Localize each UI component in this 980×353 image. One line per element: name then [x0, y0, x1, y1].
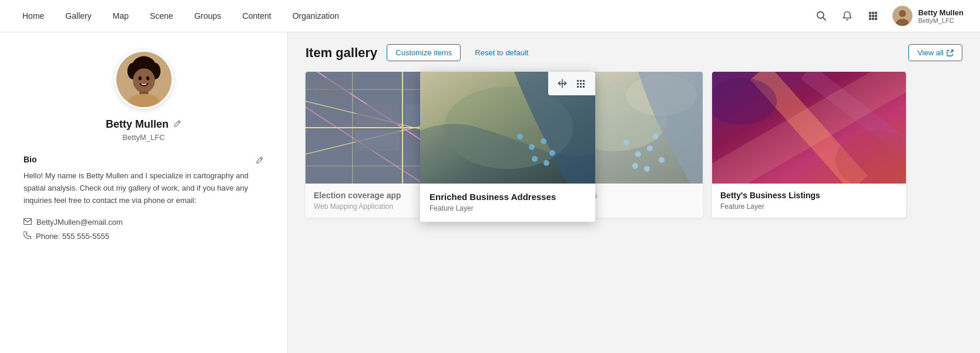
gallery-header: Item gallery Customize items Reset to de…	[306, 44, 962, 61]
phone-row: Phone: 555 555-5555	[24, 231, 256, 241]
bell-icon	[842, 11, 853, 21]
svg-point-58	[541, 138, 546, 144]
phone-text: Phone: 555 555-5555	[36, 232, 109, 241]
svg-point-21	[146, 76, 149, 81]
card-listings-type: Feature Layer	[720, 202, 898, 211]
email-row: BettyJMullen@email.com	[24, 217, 256, 227]
card-bettys-listings[interactable]: Betty's Business Listings Feature Layer	[712, 72, 906, 218]
search-icon-btn[interactable]	[810, 5, 833, 27]
svg-point-49	[647, 145, 653, 151]
nav-user-handle: BettyM_LFC	[918, 17, 964, 24]
svg-rect-10	[875, 18, 877, 20]
svg-rect-8	[869, 18, 871, 20]
svg-rect-4	[875, 12, 877, 14]
svg-rect-63	[580, 80, 582, 82]
popup-thumb	[420, 72, 595, 184]
nav-gallery[interactable]: Gallery	[55, 0, 102, 32]
svg-point-53	[653, 134, 659, 139]
main-layout: Betty Mullen BettyM_LFC Bio Hello! My na…	[0, 32, 980, 353]
svg-point-47	[623, 139, 629, 145]
nav-home[interactable]: Home	[12, 0, 55, 32]
cards-row: Election coverage app Web Mapping Applic…	[306, 72, 962, 218]
popup-card-type: Feature Layer	[429, 204, 586, 212]
svg-point-48	[635, 151, 641, 157]
navbar: Home Gallery Map Scene Groups Content Or…	[0, 0, 980, 32]
svg-point-23	[128, 94, 159, 109]
email-icon	[24, 217, 32, 227]
notification-icon-btn[interactable]	[836, 5, 858, 27]
popup-move-icon[interactable]	[554, 75, 570, 92]
nav-items: Home Gallery Map Scene Groups Content Or…	[12, 0, 810, 32]
nav-scene[interactable]: Scene	[139, 0, 184, 32]
svg-rect-69	[580, 86, 582, 88]
apps-grid-icon	[868, 11, 878, 21]
email-text: BettyJMullen@email.com	[36, 218, 123, 227]
nav-user-avatar	[892, 6, 912, 26]
search-icon	[816, 11, 827, 21]
svg-point-19	[133, 68, 155, 92]
svg-rect-25	[24, 219, 32, 225]
view-all-button[interactable]: View all	[908, 44, 962, 61]
svg-point-52	[644, 166, 650, 172]
gallery-panel: Item gallery Customize items Reset to de…	[288, 32, 980, 353]
profile-name: Betty Mullen	[106, 118, 169, 131]
svg-rect-5	[869, 15, 871, 17]
card-listings-thumb	[712, 72, 906, 184]
svg-line-24	[178, 122, 180, 124]
svg-point-60	[532, 156, 538, 162]
svg-point-56	[517, 134, 523, 139]
card-listings-title: Betty's Business Listings	[720, 191, 898, 200]
svg-point-51	[632, 163, 638, 169]
svg-rect-64	[583, 80, 585, 82]
svg-rect-3	[872, 12, 874, 14]
customize-items-button[interactable]: Customize items	[387, 44, 461, 61]
profile-panel: Betty Mullen BettyM_LFC Bio Hello! My na…	[0, 32, 288, 353]
profile-avatar	[115, 50, 173, 109]
svg-rect-38	[355, 104, 400, 125]
popup-action-bar	[548, 72, 595, 95]
nav-content[interactable]: Content	[232, 0, 282, 32]
bio-edit-icon[interactable]	[256, 156, 264, 166]
popup-dots-icon[interactable]	[573, 75, 589, 92]
svg-rect-65	[577, 83, 579, 85]
nav-organization[interactable]: Organization	[282, 0, 350, 32]
bio-text: Hello! My name is Betty Mullen and I spe…	[24, 170, 256, 207]
nav-user-name: Betty Mullen	[918, 8, 964, 17]
avatar-image	[892, 6, 912, 26]
svg-rect-6	[872, 15, 874, 17]
external-link-icon	[947, 49, 954, 56]
svg-point-50	[659, 157, 664, 163]
gallery-title: Item gallery	[306, 45, 377, 61]
view-all-label: View all	[917, 48, 944, 57]
svg-rect-70	[583, 86, 585, 88]
listings-thumb-svg	[712, 72, 906, 184]
popup-card-title: Enriched Business Addresses	[429, 192, 586, 202]
svg-point-57	[529, 144, 535, 150]
svg-rect-41	[311, 78, 350, 98]
bio-label: Bio	[24, 155, 256, 164]
nav-map[interactable]: Map	[102, 0, 139, 32]
svg-rect-68	[577, 86, 579, 88]
popup-overlay-card[interactable]: Enriched Business Addresses Feature Laye…	[420, 72, 595, 222]
svg-rect-7	[875, 15, 877, 17]
svg-line-1	[823, 18, 825, 20]
reset-to-default-button[interactable]: Reset to default	[470, 45, 533, 61]
nav-user-info: Betty Mullen BettyM_LFC	[918, 8, 964, 24]
popup-card-info: Enriched Business Addresses Feature Laye…	[420, 184, 595, 222]
svg-rect-40	[355, 131, 400, 151]
nav-groups[interactable]: Groups	[184, 0, 232, 32]
bio-section: Bio Hello! My name is Betty Mullen and I…	[24, 155, 264, 245]
svg-point-61	[543, 160, 549, 166]
svg-rect-62	[577, 80, 579, 82]
svg-point-59	[549, 150, 555, 156]
phone-icon	[24, 231, 31, 241]
svg-rect-2	[869, 12, 871, 14]
profile-handle: BettyM_LFC	[122, 133, 165, 142]
user-menu[interactable]: Betty Mullen BettyM_LFC	[888, 4, 968, 28]
svg-line-26	[260, 158, 262, 160]
svg-rect-67	[583, 83, 585, 85]
apps-icon-btn[interactable]	[862, 5, 884, 27]
profile-name-edit-icon[interactable]	[173, 119, 182, 129]
nav-icons: Betty Mullen BettyM_LFC	[810, 4, 968, 28]
profile-name-row: Betty Mullen	[106, 118, 182, 131]
